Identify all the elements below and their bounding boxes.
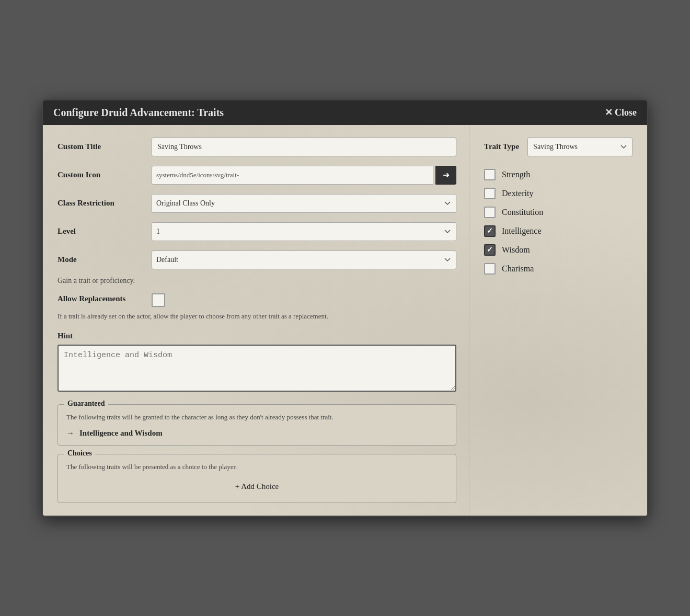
custom-title-row: Custom Title (58, 138, 456, 156)
ability-item: Intelligence (484, 225, 632, 237)
custom-icon-row: Custom Icon ➜ (58, 166, 456, 185)
hint-label: Hint (58, 332, 456, 340)
choices-legend: Choices (64, 449, 95, 458)
icon-input-group: ➜ (152, 166, 456, 185)
mode-select[interactable]: Default Custom (152, 250, 456, 269)
guaranteed-description: The following traits will be granted to … (66, 412, 447, 423)
ability-item: Dexterity (484, 188, 632, 199)
mode-label: Mode (58, 255, 152, 264)
trait-type-row: Trait Type Saving Throws Skills Language… (484, 138, 632, 156)
level-select[interactable]: 1 2 3 (152, 222, 456, 241)
ability-item: Charisma (484, 263, 632, 275)
class-restriction-label: Class Restriction (58, 199, 152, 208)
dialog-title: Configure Druid Advancement: Traits (53, 107, 224, 119)
ability-checkbox-dexterity[interactable] (484, 188, 496, 199)
guaranteed-item-text: Intelligence and Wisdom (79, 429, 163, 438)
ability-name-dexterity: Dexterity (502, 189, 533, 198)
class-restriction-row: Class Restriction Original Class Only An… (58, 194, 456, 213)
arrow-icon: ➜ (443, 170, 450, 180)
close-button[interactable]: ✕ Close (605, 107, 637, 118)
level-label: Level (58, 227, 152, 236)
guaranteed-item: → Intelligence and Wisdom (66, 429, 447, 438)
custom-icon-label: Custom Icon (58, 170, 152, 179)
dialog-header: Configure Druid Advancement: Traits ✕ Cl… (43, 100, 647, 125)
configure-dialog: Configure Druid Advancement: Traits ✕ Cl… (42, 99, 648, 517)
left-panel: Custom Title Custom Icon ➜ Class Restric… (43, 125, 469, 516)
allow-replacements-label: Allow Replacements (58, 293, 152, 303)
class-restriction-select[interactable]: Original Class Only Any Class (152, 194, 456, 213)
hint-section: Hint (58, 332, 456, 394)
ability-name-strength: Strength (502, 170, 530, 179)
ability-list: StrengthDexterityConstitutionIntelligenc… (484, 169, 632, 275)
guaranteed-legend: Guaranteed (64, 400, 108, 408)
ability-checkbox-intelligence[interactable] (484, 225, 496, 237)
allow-replacements-checkbox[interactable] (152, 293, 165, 307)
choices-description: The following traits will be presented a… (66, 462, 447, 472)
ability-item: Constitution (484, 207, 632, 218)
ability-checkbox-constitution[interactable] (484, 207, 496, 218)
trait-type-select[interactable]: Saving Throws Skills Languages (527, 138, 632, 156)
ability-name-charisma: Charisma (502, 264, 534, 273)
gain-hint-text: Gain a trait or proficiency. (58, 277, 456, 285)
custom-title-label: Custom Title (58, 142, 152, 151)
guaranteed-box: Guaranteed The following traits will be … (58, 404, 456, 446)
allow-replacements-row: Allow Replacements (58, 293, 456, 307)
choices-box: Choices The following traits will be pre… (58, 454, 456, 504)
dialog-body: Custom Title Custom Icon ➜ Class Restric… (43, 125, 647, 516)
icon-browse-button[interactable]: ➜ (435, 166, 456, 185)
ability-checkbox-strength[interactable] (484, 169, 496, 180)
trait-type-label: Trait Type (484, 142, 519, 151)
arrow-symbol: → (66, 429, 74, 438)
ability-item: Strength (484, 169, 632, 180)
level-row: Level 1 2 3 (58, 222, 456, 241)
allow-description: If a trait is already set on the actor, … (58, 311, 456, 322)
custom-title-input[interactable] (152, 138, 456, 156)
ability-name-intelligence: Intelligence (502, 226, 542, 236)
custom-icon-input[interactable] (152, 166, 433, 185)
mode-row: Mode Default Custom (58, 250, 456, 269)
ability-name-wisdom: Wisdom (502, 245, 530, 255)
right-panel: Trait Type Saving Throws Skills Language… (469, 125, 647, 516)
add-choice-button[interactable]: + Add Choice (66, 478, 447, 495)
ability-checkbox-wisdom[interactable] (484, 244, 496, 256)
ability-name-constitution: Constitution (502, 208, 543, 217)
ability-item: Wisdom (484, 244, 632, 256)
hint-textarea[interactable] (58, 345, 456, 392)
ability-checkbox-charisma[interactable] (484, 263, 496, 275)
